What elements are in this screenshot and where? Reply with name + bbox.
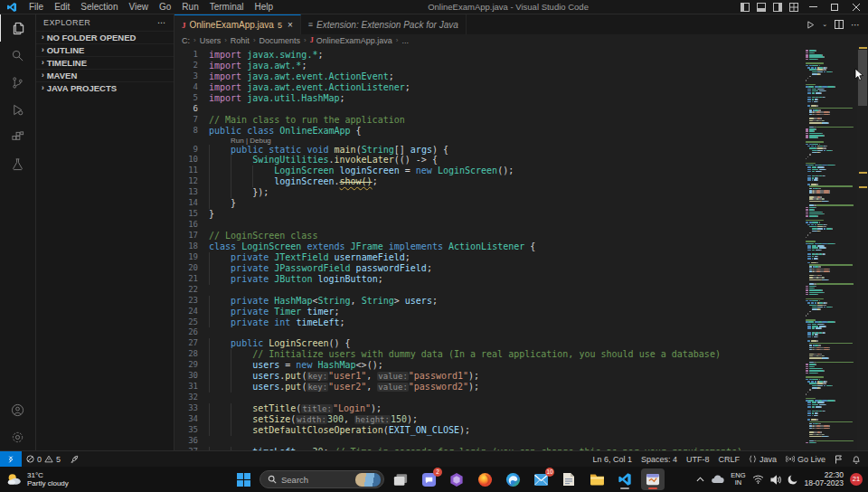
breadcrumb[interactable]: C:›Users›Rohit›Documents›JOnlineExamApp.… [175, 34, 868, 46]
explorer-more-actions-icon[interactable]: ⋯ [157, 18, 166, 27]
indent-guide [209, 198, 210, 209]
tab-2[interactable]: ≡Extension: Extension Pack for Java [301, 14, 467, 34]
menu-selection[interactable]: Selection [75, 0, 123, 14]
line-number: 35 [175, 425, 198, 436]
editor-scrollbar[interactable] [857, 46, 868, 450]
task-view-button[interactable] [389, 468, 412, 490]
active-app-button[interactable] [641, 468, 665, 490]
status-label: Java [760, 455, 777, 464]
problems-indicator[interactable]: 0 5 [22, 451, 65, 468]
line-number: 6 [175, 104, 198, 115]
notifications-bell-icon[interactable] [847, 451, 868, 468]
breadcrumb-item[interactable]: C: [182, 36, 190, 45]
close-button[interactable] [846, 0, 866, 14]
onedrive-icon[interactable] [711, 475, 724, 484]
sidebar-section-outline[interactable]: ›OUTLINE [36, 43, 174, 56]
line-number: 19 [175, 252, 198, 263]
menu-edit[interactable]: Edit [49, 0, 75, 14]
sidebar-section-timeline[interactable]: ›TIMELINE [36, 56, 174, 69]
microsoft-365-button[interactable] [445, 468, 468, 490]
breadcrumb-separator: › [224, 36, 227, 44]
minimize-button[interactable] [803, 0, 823, 14]
status-crlf[interactable]: CRLF [713, 451, 744, 468]
status-spaces-4[interactable]: Spaces: 4 [637, 451, 682, 468]
menu-go[interactable]: Go [154, 0, 176, 14]
notification-count-badge[interactable]: 21 [850, 473, 863, 486]
breadcrumb-item[interactable]: Documents [259, 36, 301, 45]
toggle-panel-icon[interactable] [754, 1, 769, 14]
status-utf-8[interactable]: UTF-8 [682, 451, 714, 468]
search-icon[interactable] [0, 42, 36, 69]
run-java-button[interactable] [807, 21, 815, 29]
settings-gear-icon[interactable] [0, 423, 36, 450]
indent-guide [209, 382, 210, 393]
breadcrumb-item[interactable]: Rohit [231, 36, 250, 45]
volume-icon[interactable] [770, 475, 781, 485]
tab-close-icon[interactable]: × [288, 20, 293, 30]
code-line-22: 22 [175, 285, 806, 296]
customize-layout-icon[interactable] [787, 1, 801, 14]
menu-view[interactable]: View [124, 0, 155, 14]
run-dropdown-icon[interactable]: ⌄ [822, 21, 827, 28]
line-content: public LoginScreen() { [198, 338, 351, 349]
wifi-icon[interactable] [752, 475, 764, 484]
line-number: 37 [175, 447, 198, 450]
document-app-button[interactable] [557, 468, 580, 490]
line-number: 11 [175, 166, 198, 176]
testing-icon[interactable] [0, 150, 36, 177]
scrollbar-thumb[interactable] [858, 50, 867, 106]
menu-run[interactable]: Run [176, 0, 203, 14]
code-line-15: 15} [175, 209, 806, 220]
file-explorer-button[interactable] [585, 468, 609, 490]
code-line-21: 21 private JButton loginButton; [175, 274, 806, 285]
maximize-button[interactable] [825, 0, 844, 14]
tray-expand-icon[interactable] [696, 477, 704, 482]
chevron-right-icon: › [42, 58, 44, 68]
status-ln-6-col-1[interactable]: Ln 6, Col 1 [588, 451, 637, 468]
breadcrumb-item[interactable]: OnlineExamApp.java [316, 36, 392, 45]
extensions-icon[interactable] [0, 123, 36, 150]
toggle-secondary-sidebar-icon[interactable] [770, 1, 785, 14]
extension-flag-icon[interactable] [830, 451, 847, 468]
menu-help[interactable]: Help [250, 0, 279, 14]
mail-button[interactable]: 10 [529, 468, 552, 490]
account-icon[interactable] [0, 396, 36, 423]
breadcrumb-item[interactable]: ... [401, 36, 409, 45]
codelens-run-debug[interactable]: Run | Debug [175, 137, 806, 145]
sidebar-section-java-projects[interactable]: ›JAVA PROJECTS [36, 81, 174, 94]
line-content: SwingUtilities.invokeLater(() -> { [198, 155, 438, 166]
line-content: import java.awt.event.ActionEvent; [198, 71, 394, 82]
edge-button[interactable] [501, 468, 524, 490]
line-number: 7 [175, 115, 198, 126]
search-highlight-image[interactable] [355, 473, 381, 487]
split-editor-icon[interactable] [835, 20, 844, 29]
source-control-icon[interactable] [0, 69, 36, 96]
line-content: }); [198, 187, 269, 198]
explorer-icon[interactable] [0, 14, 36, 42]
vscode-taskbar-button[interactable] [613, 468, 637, 490]
status-go-live[interactable]: Go Live [781, 451, 830, 468]
chat-teams-button[interactable]: 2 [417, 468, 440, 490]
sidebar-section-maven[interactable]: ›MAVEN [36, 69, 174, 81]
editor-more-actions-icon[interactable]: ⋯ [851, 20, 861, 30]
weather-widget[interactable]: 31°C Partly cloudy [0, 471, 69, 487]
firefox-button[interactable] [473, 468, 496, 490]
focus-assist-icon[interactable] [788, 474, 798, 485]
breadcrumb-item[interactable]: Users [200, 36, 222, 45]
remote-indicator[interactable] [0, 451, 22, 468]
clock-widget[interactable]: 22:30 18-07-2023 [805, 471, 844, 488]
status-java[interactable]: Java [744, 451, 781, 468]
menu-terminal[interactable]: Terminal [204, 0, 250, 14]
toggle-sidebar-icon[interactable] [738, 1, 752, 14]
start-button[interactable] [231, 468, 255, 490]
run-debug-icon[interactable] [0, 96, 36, 123]
status-bar: 0 5 Ln 6, Col 1Spaces: 4UTF-8CRLFJavaGo … [0, 450, 868, 467]
code-editor[interactable]: 1import javax.swing.*;2import java.awt.*… [175, 46, 868, 450]
minimap[interactable] [806, 46, 857, 450]
sidebar-section-no-folder-opened[interactable]: ›NO FOLDER OPENED [36, 31, 174, 43]
language-indicator[interactable]: ENG IN [731, 472, 745, 487]
taskbar-search[interactable]: Search [259, 470, 384, 488]
menu-file[interactable]: File [24, 0, 49, 14]
java-status-rocket-icon[interactable] [65, 451, 83, 468]
tab-1[interactable]: JOnlineExamApp.java5× [175, 14, 301, 34]
